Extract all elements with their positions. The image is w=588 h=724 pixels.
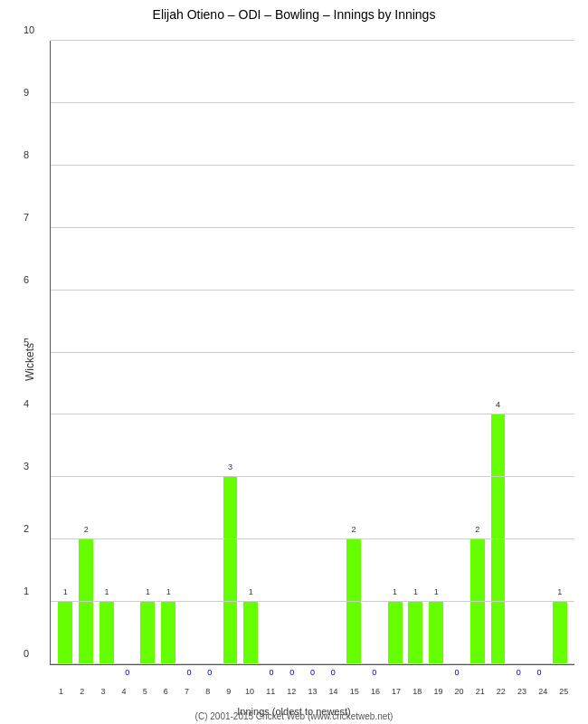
chart-area: 1210110031000020111024001 12345678910111…: [50, 41, 574, 665]
x-tick-label: 16: [365, 687, 385, 696]
bar-group: 0: [508, 41, 529, 664]
bar-value-label: 1: [434, 587, 439, 596]
bar-value-label: 1: [393, 587, 397, 596]
bar-value-label: 2: [84, 525, 89, 534]
x-tick-label: 3: [92, 687, 113, 696]
bar: 3: [223, 477, 238, 664]
x-tick-label: 17: [386, 687, 407, 696]
bar-group: 1: [97, 41, 118, 664]
grid-line: [51, 663, 574, 664]
bar-group: 2: [76, 41, 97, 664]
x-tick-label: 1: [51, 687, 71, 696]
bar-group: 0: [281, 41, 302, 664]
bar-group: 1: [549, 41, 570, 664]
bar-zero-label: 0: [454, 668, 459, 677]
y-tick-label: 5: [24, 337, 29, 348]
x-tick-label: 5: [135, 687, 156, 696]
x-tick-label: 6: [156, 687, 176, 696]
bar-group: 1: [384, 41, 405, 664]
x-tick-label: 22: [490, 687, 511, 696]
bar-value-label: 1: [557, 587, 562, 596]
bar-group: 0: [199, 41, 220, 664]
bars-wrapper: 1210110031000020111024001: [51, 41, 574, 664]
bar-zero-label: 0: [310, 668, 315, 677]
grid-line: [51, 227, 574, 228]
bar-value-label: 1: [63, 587, 68, 596]
x-tick-label: 20: [449, 687, 469, 696]
y-tick-label: 10: [24, 24, 34, 35]
y-tick-label: 4: [24, 398, 29, 409]
y-tick-label: 1: [24, 586, 29, 596]
bar-group: 0: [261, 41, 282, 664]
bar-group: 0: [323, 41, 344, 664]
x-tick-label: 13: [302, 687, 323, 696]
y-tick-label: 9: [24, 87, 29, 98]
bar-group: 1: [405, 41, 426, 664]
chart-container: Elijah Otieno – ODI – Bowling – Innings …: [0, 0, 588, 724]
bar: 1: [408, 602, 422, 664]
x-tick-label: 10: [239, 687, 260, 696]
x-tick-label: 12: [281, 687, 302, 696]
bar-zero-label: 0: [331, 668, 336, 677]
bar-zero-label: 0: [125, 668, 129, 677]
bar: 1: [243, 602, 258, 664]
bar-group: 2: [344, 41, 365, 664]
grid-line: [51, 414, 574, 414]
bar-group: 0: [529, 41, 550, 664]
bar-group: 1: [158, 41, 179, 664]
copyright: (C) 2001-2015 Cricket Web (www.cricketwe…: [0, 711, 588, 721]
bar-value-label: 1: [146, 587, 150, 596]
x-tick-label: 11: [261, 687, 281, 696]
x-tick-label: 15: [344, 687, 365, 696]
bar: 1: [429, 602, 443, 664]
bar-group: 1: [138, 41, 158, 664]
grid-line: [51, 165, 574, 166]
grid-line: [51, 290, 574, 291]
bar-value-label: 1: [104, 587, 109, 596]
bar-value-label: 1: [413, 587, 418, 596]
y-tick-label: 2: [24, 523, 29, 534]
bar-group: 4: [488, 41, 508, 664]
x-tick-label: 7: [176, 687, 197, 696]
bar: 1: [100, 602, 114, 664]
y-tick-label: 8: [24, 149, 29, 160]
x-tick-label: 23: [511, 687, 532, 696]
x-tick-label: 19: [428, 687, 449, 696]
x-tick-label: 14: [323, 687, 344, 696]
x-tick-label: 8: [197, 687, 218, 696]
bar-zero-label: 0: [517, 668, 521, 677]
bar-value-label: 1: [166, 587, 171, 596]
bar-group: 2: [467, 41, 488, 664]
grid-line: [51, 40, 574, 41]
bar: 1: [553, 602, 567, 664]
bar-zero-label: 0: [186, 668, 191, 677]
bar: 1: [161, 602, 175, 664]
grid-line: [51, 538, 574, 539]
bar-group: 0: [302, 41, 323, 664]
bar-group: 0: [117, 41, 138, 664]
grid-line: [51, 601, 574, 602]
bar: 4: [491, 414, 506, 664]
bar: 1: [58, 602, 72, 664]
bar-value-label: 2: [475, 525, 479, 534]
bar-value-label: 1: [249, 587, 253, 596]
x-tick-label: 21: [469, 687, 490, 696]
x-labels: 1234567891011121314151617181920212223242…: [51, 687, 574, 696]
chart-title: Elijah Otieno – ODI – Bowling – Innings …: [0, 7, 588, 22]
bar-group: 1: [426, 41, 447, 664]
y-tick-label: 3: [24, 461, 29, 472]
bar-value-label: 3: [228, 462, 232, 472]
bar-zero-label: 0: [372, 668, 376, 677]
x-tick-label: 4: [113, 687, 134, 696]
x-tick-label: 24: [533, 687, 554, 696]
bar-value-label: 2: [352, 525, 356, 534]
bar-group: 1: [55, 41, 76, 664]
grid-line: [51, 476, 574, 477]
bar-group: 0: [447, 41, 468, 664]
bar: 1: [140, 602, 155, 664]
x-tick-label: 9: [218, 687, 239, 696]
bar-zero-label: 0: [289, 668, 294, 677]
bar-zero-label: 0: [536, 668, 541, 677]
bar-zero-label: 0: [270, 668, 274, 677]
x-tick-label: 25: [554, 687, 574, 696]
